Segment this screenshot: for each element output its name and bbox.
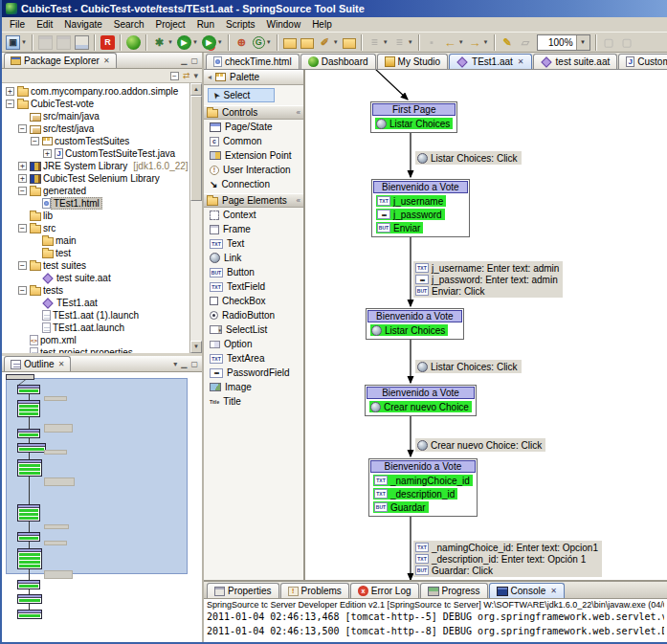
expand-icon[interactable]: + xyxy=(18,174,27,183)
tree-item-test-project-properties[interactable]: test-project.properties xyxy=(2,346,202,353)
page-element-j-password[interactable]: •••j_password xyxy=(376,209,445,220)
tree-item-test-suite-aat[interactable]: test suite.aat xyxy=(2,272,202,284)
tree-item-src-main-java[interactable]: src/main/java xyxy=(2,110,202,122)
transition-label[interactable]: Listar Choices: Click xyxy=(415,360,522,373)
menu-window[interactable]: Window xyxy=(261,19,307,30)
transition-label[interactable]: Crear nuevo Choice: Click xyxy=(415,438,545,452)
palette-tool-button[interactable]: BUTButton xyxy=(204,265,303,279)
tree-item-pom-xml[interactable]: <>pom.xml xyxy=(2,334,202,346)
editor-tab-test1-aat[interactable]: TEst1.aat✕ xyxy=(449,54,532,69)
page-node-bienvenido-a-vote[interactable]: Bienvenido a VoteTXTj_username•••j_passw… xyxy=(371,179,470,237)
tree-item-customtestsuitetest-java[interactable]: +JCustomTestSuiteTest.java xyxy=(2,147,202,160)
dropdown-arrow-icon[interactable]: ▼ xyxy=(217,39,223,45)
scroll-down-icon[interactable]: ▼ xyxy=(190,341,202,353)
new-button[interactable]: ▣▼ xyxy=(4,33,29,52)
transition-label[interactable]: Listar Choices: Click xyxy=(415,151,522,165)
tree-scrollbar[interactable]: ▲▼ xyxy=(189,83,202,353)
collapse-all-button[interactable]: − xyxy=(170,72,179,80)
zoom-combo[interactable]: 100%▼ xyxy=(537,34,590,51)
outline-minimap[interactable] xyxy=(2,372,202,642)
bottom-tab-error-log[interactable]: xError Log xyxy=(350,583,419,598)
outline-tab[interactable]: Outline ✕ xyxy=(4,356,71,371)
tree-item-src-test-java[interactable]: −src/test/java xyxy=(2,122,202,135)
collapse-icon[interactable]: − xyxy=(6,100,14,108)
run-button[interactable]: ▶▼ xyxy=(175,33,200,52)
dropdown-arrow-icon[interactable]: ▼ xyxy=(458,39,464,45)
page-node-first-page[interactable]: First PageListar Choices xyxy=(370,101,457,133)
package-explorer-tab[interactable]: Package Explorer ✕ xyxy=(4,53,117,68)
palette-tool-option[interactable]: Option xyxy=(204,337,303,351)
marker-button[interactable]: ✎ xyxy=(499,33,517,52)
tree-item-cubictest-vote[interactable]: −CubicTest-vote xyxy=(2,98,202,110)
palette-tool-textarea[interactable]: TXTTextArea xyxy=(204,351,303,366)
tree-item-test[interactable]: test xyxy=(2,247,202,259)
zoom-dropdown-button[interactable]: ▼ xyxy=(576,35,589,50)
page-node-bienvenido-a-vote[interactable]: Bienvenido a VoteListar Choices xyxy=(366,308,464,340)
page-element-crear-nuevo-choice[interactable]: Crear nuevo Choice xyxy=(369,401,472,412)
back-button[interactable]: ←▼ xyxy=(441,33,466,52)
bottom-tab-console[interactable]: Console✕ xyxy=(489,583,565,598)
close-icon[interactable]: ✕ xyxy=(103,56,110,65)
dropdown-arrow-icon[interactable]: ▼ xyxy=(333,39,339,45)
tree-item-customtestsuites[interactable]: −customTestSuites xyxy=(2,135,202,147)
palette-tool-link[interactable]: Link xyxy=(204,251,303,265)
menu-navigate[interactable]: Navigate xyxy=(58,19,107,30)
page-element-enviar[interactable]: BUTEnviar xyxy=(376,222,423,233)
collapse-palette-icon[interactable]: ◂ xyxy=(208,73,211,81)
minimize-view-button[interactable]: ▁ xyxy=(179,360,189,368)
collapse-icon[interactable]: − xyxy=(18,286,27,295)
target-button[interactable]: ⊕ xyxy=(233,33,251,52)
tree-item-com-mycompany-roo-addon-simple[interactable]: +com.mycompany.roo.addon.simple xyxy=(2,85,202,98)
tree-item-cubictest-selenium-library[interactable]: +CubicTest Selenium Library xyxy=(2,172,202,185)
tree-item-main[interactable]: main xyxy=(2,234,202,247)
expand-icon[interactable]: + xyxy=(43,149,52,158)
collapse-icon[interactable]: − xyxy=(18,187,27,195)
palette-group-page-elements[interactable]: Page Elements« xyxy=(204,193,303,208)
collapse-icon[interactable]: − xyxy=(18,261,27,270)
dropdown-arrow-icon[interactable]: ▼ xyxy=(167,39,173,45)
expand-icon[interactable]: + xyxy=(6,87,14,96)
collapse-icon[interactable]: − xyxy=(31,137,39,145)
palette-tool-user-interaction[interactable]: !User Interaction xyxy=(204,163,303,177)
bottom-tab-progress[interactable]: Progress xyxy=(420,583,488,598)
dropdown-arrow-icon[interactable]: ▼ xyxy=(483,39,489,45)
palette-tool-connection[interactable]: ↘Connection xyxy=(204,177,303,191)
palette-tool-radiobutton[interactable]: RadioButton xyxy=(204,308,303,322)
palette-tool-common[interactable]: cCommon xyxy=(204,134,303,148)
palette-tool-context[interactable]: Context xyxy=(204,208,303,222)
palette-group-controls[interactable]: Controls« xyxy=(204,105,303,120)
page-element-listar-choices[interactable]: Listar Choices xyxy=(370,324,448,336)
palette-tool-text[interactable]: TXTText xyxy=(204,236,303,251)
page-node-bienvenido-a-vote[interactable]: Bienvenido a VoteCrear nuevo Choice xyxy=(365,385,477,416)
close-icon[interactable]: ✕ xyxy=(550,587,557,595)
folder-deploy-button[interactable] xyxy=(341,33,358,52)
bottom-tab-properties[interactable]: Properties xyxy=(207,583,279,598)
brush-button[interactable]: ✐▼ xyxy=(316,33,341,52)
transition-label[interactable]: TXT_namingChoice_id: Enter text: Opcion1… xyxy=(413,541,602,577)
diagram-canvas[interactable]: First PageListar ChoicesBienvenido a Vot… xyxy=(305,70,667,580)
console-view[interactable]: SpringSource tc Server Developer Edition… xyxy=(204,599,667,642)
page-element-listar-choices[interactable]: Listar Choices xyxy=(375,118,453,129)
dropdown-arrow-icon[interactable]: ▼ xyxy=(21,39,27,45)
palette-tool-title[interactable]: TitleTitle xyxy=(204,394,303,409)
editor-tab-customtestsuitetes[interactable]: JCustomTestSuiteTes xyxy=(618,54,667,69)
print-button[interactable] xyxy=(73,33,91,52)
tree-item-tests[interactable]: −tests xyxy=(2,284,202,297)
tree-item-jre-system-library[interactable]: +JRE System Library[jdk1.6.0_22] xyxy=(2,160,202,172)
tree-item-test-suites[interactable]: −test suites xyxy=(2,259,202,272)
palette-tool-checkbox[interactable]: CheckBox xyxy=(204,294,303,308)
folder-open-button[interactable] xyxy=(281,33,299,52)
expand-icon[interactable]: + xyxy=(18,162,27,170)
collapse-icon[interactable]: − xyxy=(18,224,27,233)
scroll-thumb[interactable] xyxy=(190,96,202,201)
scroll-up-icon[interactable]: ▲ xyxy=(190,83,202,96)
dropdown-arrow-icon[interactable]: ▼ xyxy=(266,39,272,45)
menu-run[interactable]: Run xyxy=(191,19,220,30)
tree-item-test1-aat-1-launch[interactable]: TEst1.aat (1).launch xyxy=(2,309,202,322)
spring-button[interactable] xyxy=(124,33,143,52)
palette-tool-select[interactable]: ➤Select xyxy=(208,88,275,102)
page-element-guardar[interactable]: BUTGuardar xyxy=(373,501,429,513)
menu-help[interactable]: Help xyxy=(306,19,338,30)
palette-tool-image[interactable]: Image xyxy=(204,380,303,394)
link-with-editor-button[interactable]: ⇄ xyxy=(183,71,190,80)
